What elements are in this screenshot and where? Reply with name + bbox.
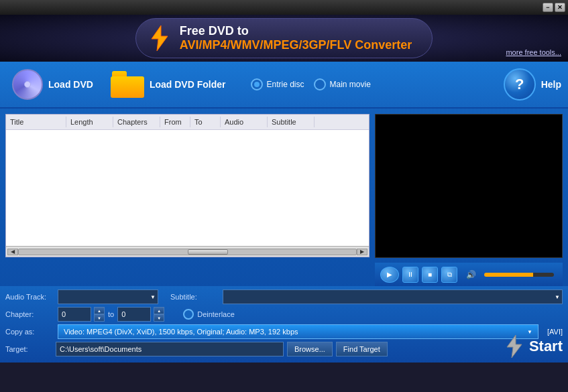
chapter-row: Chapter: 0 ▲ ▼ to 0 ▲ ▼ (5, 307, 563, 322)
folder-body (111, 76, 144, 98)
find-target-button[interactable]: Find Target (336, 342, 388, 356)
chapter-label: Chapter: (5, 310, 52, 318)
scroll-right-arrow[interactable]: ▶ (357, 249, 367, 255)
load-dvd-button[interactable]: Load DVD (7, 66, 99, 103)
main-movie-radio[interactable]: Main movie (314, 78, 370, 90)
target-path-input[interactable]: C:\Users\soft\Documents (56, 342, 284, 356)
audio-subtitle-row: Audio Track: ▼ Subtitle: ▼ (5, 289, 563, 304)
entire-disc-radio[interactable]: Entrie disc (251, 78, 304, 90)
dvd-disc-icon (12, 69, 43, 100)
deinterlace-row: Deinterlace (183, 309, 244, 320)
col-header-subtitle: Subtitle (268, 117, 315, 127)
col-header-from: From (160, 117, 190, 127)
video-panel (375, 114, 563, 263)
volume-slider[interactable] (484, 273, 554, 277)
chapter-from-up[interactable]: ▲ (94, 307, 105, 314)
col-header-audio: Audio (221, 117, 268, 127)
target-label: Target: (5, 345, 52, 353)
help-button[interactable]: ? Help (504, 68, 561, 101)
chapter-to-input[interactable]: 0 (117, 307, 151, 322)
main-movie-radio-circle (314, 78, 326, 90)
scroll-left-arrow[interactable]: ◀ (7, 249, 18, 255)
entire-disc-label: Entrie disc (266, 80, 304, 89)
copy-as-value: Video: MPEG4 (DivX, XviD), 1500 kbps, Or… (64, 328, 524, 336)
subtitle-combo[interactable]: ▼ (223, 289, 563, 304)
scrollbar-thumb[interactable] (188, 249, 228, 255)
app-title-orange: AVI/MP4/WMV/MPEG/3GP/FLV Converter (180, 38, 412, 52)
more-free-tools-link[interactable]: more free tools... (506, 48, 561, 56)
snapshot-button[interactable]: ⧉ (441, 267, 457, 283)
target-row: Target: C:\Users\soft\Documents Browse..… (5, 342, 563, 356)
chapter-to-value: 0 (121, 310, 125, 318)
load-dvd-label: Load DVD (48, 79, 93, 90)
help-icon: ? (504, 68, 536, 101)
copy-as-label: Copy as: (5, 328, 52, 336)
copy-as-combo[interactable]: Video: MPEG4 (DivX, XviD), 1500 kbps, Or… (58, 324, 538, 339)
app-banner: Free DVD to AVI/MP4/WMV/MPEG/3GP/FLV Con… (135, 18, 433, 58)
app-title-white: Free DVD to (180, 24, 249, 38)
chapter-from-spinner[interactable]: ▲ ▼ (94, 307, 105, 322)
deinterlace-label: Deinterlace (197, 310, 244, 318)
start-button[interactable]: Start (529, 338, 563, 355)
disc-hole (24, 81, 31, 88)
load-folder-label: Load DVD Folder (150, 79, 226, 90)
horizontal-scrollbar[interactable]: ◀ ▶ (6, 246, 369, 257)
chapter-from-value: 0 (62, 310, 66, 318)
table-panel: Title Length Chapters From To Audio Subt… (5, 114, 370, 257)
chapter-to-spinner[interactable]: ▲ ▼ (154, 307, 164, 322)
lightning-icon (146, 25, 173, 52)
main-movie-label: Main movie (329, 80, 370, 89)
main-area: Load DVD Load DVD Folder Entrie disc Mai… (0, 62, 568, 363)
toolbar: Load DVD Load DVD Folder Entrie disc Mai… (0, 62, 568, 109)
content-row: Title Length Chapters From To Audio Subt… (0, 109, 568, 263)
svg-marker-0 (152, 25, 168, 51)
scrollbar-track[interactable] (18, 249, 357, 255)
stop-button[interactable]: ■ (422, 267, 438, 283)
svg-marker-1 (507, 335, 522, 358)
chapter-from-down[interactable]: ▼ (94, 314, 105, 322)
col-header-title: Title (6, 117, 66, 127)
volume-icon: 🔊 (464, 268, 477, 281)
browse-button[interactable]: Browse... (287, 342, 333, 356)
table-header: Title Length Chapters From To Audio Subt… (6, 115, 369, 130)
to-label: to (108, 310, 114, 318)
subtitle-label: Subtitle: (170, 293, 217, 301)
entire-disc-radio-circle (251, 78, 263, 90)
subtitle-arrow: ▼ (555, 294, 560, 300)
deinterlace-radio[interactable] (183, 309, 194, 320)
audio-track-combo[interactable]: ▼ (58, 289, 158, 304)
video-preview (375, 114, 563, 258)
table-body[interactable] (6, 130, 369, 246)
title-bar: − ✕ (0, 0, 568, 15)
chapter-inputs: 0 ▲ ▼ to 0 ▲ ▼ (58, 307, 164, 322)
bottom-controls-panel: Audio Track: ▼ Subtitle: ▼ Chapter: 0 ▲ … (0, 286, 568, 363)
close-button[interactable]: ✕ (555, 3, 565, 12)
audio-track-label: Audio Track: (5, 293, 52, 301)
pause-button[interactable]: ⏸ (402, 267, 418, 283)
chapter-from-input[interactable]: 0 (58, 307, 91, 322)
help-label: Help (541, 79, 561, 90)
folder-icon (111, 71, 144, 98)
player-controls: ▶ ⏸ ■ ⧉ 🔊 (375, 263, 563, 286)
play-button[interactable]: ▶ (380, 267, 399, 283)
start-lightning-icon (504, 334, 525, 359)
load-folder-button[interactable]: Load DVD Folder (105, 68, 231, 101)
audio-track-arrow: ▼ (150, 294, 156, 300)
minimize-button[interactable]: − (543, 3, 553, 12)
chapter-to-up[interactable]: ▲ (154, 307, 164, 314)
col-header-length: Length (66, 117, 113, 127)
app-header: Free DVD to AVI/MP4/WMV/MPEG/3GP/FLV Con… (0, 15, 568, 62)
chapter-to-down[interactable]: ▼ (154, 314, 164, 322)
target-path-value: C:\Users\soft\Documents (60, 345, 141, 353)
disc-mode-group: Entrie disc Main movie (251, 78, 370, 90)
copy-as-row: Copy as: Video: MPEG4 (DivX, XviD), 1500… (5, 324, 563, 339)
app-title: Free DVD to AVI/MP4/WMV/MPEG/3GP/FLV Con… (180, 24, 412, 52)
col-header-to: To (190, 117, 221, 127)
col-header-chapters: Chapters (113, 117, 160, 127)
